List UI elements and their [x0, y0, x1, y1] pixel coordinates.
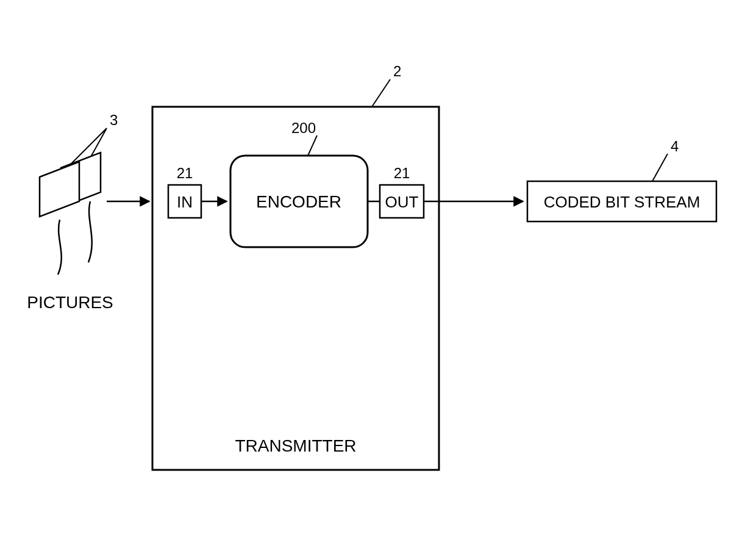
out-label: OUT [385, 193, 419, 211]
picture-tail-front [58, 220, 62, 275]
in-ref: 21 [177, 165, 193, 181]
out-group: OUT 21 [380, 165, 424, 218]
encoder-label: ENCODER [256, 192, 341, 211]
picture-tail-back [88, 201, 92, 262]
encoder-ref: 200 [291, 120, 316, 136]
transmitter-label: TRANSMITTER [235, 436, 356, 455]
transmitter-ref: 2 [393, 63, 401, 79]
in-label: IN [177, 193, 193, 211]
encoder-leader [308, 135, 317, 156]
coded-stream-group: CODED BIT STREAM 4 [527, 138, 716, 222]
encoder-group: ENCODER 200 [230, 120, 368, 247]
coded-stream-label: CODED BIT STREAM [544, 193, 701, 211]
picture-front [40, 162, 79, 217]
coded-stream-ref: 4 [671, 138, 679, 154]
pictures-group: 3 PICTURES [27, 112, 118, 312]
out-ref: 21 [394, 165, 410, 181]
pictures-label: PICTURES [27, 293, 113, 312]
coded-stream-leader [652, 154, 668, 181]
pictures-ref: 3 [110, 112, 118, 128]
transmitter-leader [372, 79, 390, 107]
in-group: IN 21 [168, 165, 201, 218]
diagram-canvas: 3 PICTURES TRANSMITTER 2 IN 21 ENCODER 2… [0, 0, 756, 537]
